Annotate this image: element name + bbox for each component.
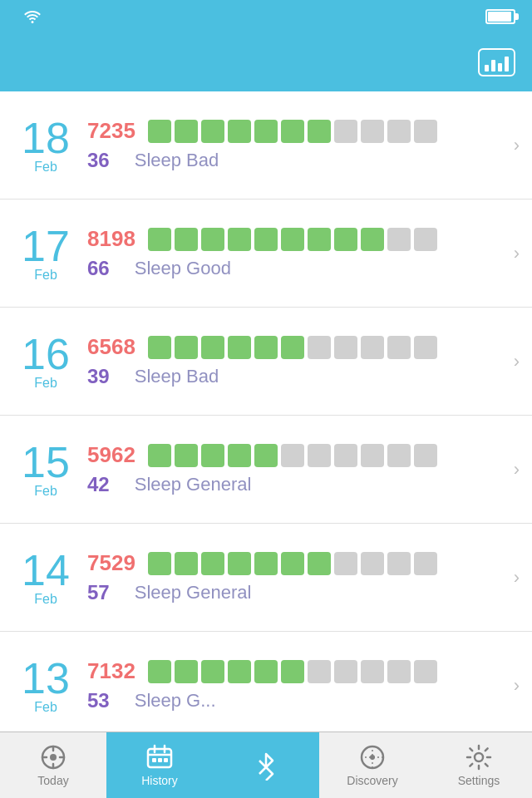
day-number: 17 (12, 224, 79, 268)
day-info: 6568 39 Sleep Bad (79, 334, 510, 388)
nav-bar (0, 33, 532, 91)
sleep-score: 36 (87, 149, 110, 172)
day-number: 13 (12, 657, 79, 700)
day-date: 16 Feb (12, 332, 79, 391)
tab-bluetooth[interactable] (213, 732, 319, 798)
progress-block (334, 444, 357, 467)
today-label: Today (37, 774, 68, 787)
day-number: 14 (12, 549, 79, 592)
discovery-icon (359, 744, 386, 771)
steps-count: 6568 (87, 334, 135, 360)
progress-block (228, 228, 251, 251)
day-date: 15 Feb (12, 441, 79, 499)
top-row: 6568 (87, 334, 501, 360)
sleep-score: 53 (87, 689, 110, 712)
progress-block (201, 120, 224, 143)
tab-history[interactable]: History (106, 732, 213, 798)
sleep-score: 57 (87, 581, 110, 604)
progress-block (201, 228, 224, 251)
progress-block (281, 336, 304, 359)
today-icon (40, 744, 66, 771)
progress-block (228, 660, 251, 683)
tab-settings[interactable]: Settings (426, 732, 532, 798)
day-row[interactable]: 15 Feb 5962 42 Sleep General › (0, 416, 532, 524)
svg-rect-11 (158, 758, 162, 762)
progress-block (308, 228, 331, 251)
progress-block (228, 336, 251, 359)
progress-block (414, 660, 437, 683)
day-info: 7529 57 Sleep General (79, 550, 510, 604)
bottom-row: 53 Sleep G... (87, 689, 501, 712)
chevron-right-icon: › (514, 567, 520, 589)
progress-block (228, 120, 251, 143)
day-info: 8198 66 Sleep Good (79, 226, 510, 280)
steps-count: 5962 (87, 442, 135, 468)
progress-block (387, 228, 411, 251)
bluetooth-icon (253, 751, 279, 781)
progress-block (334, 336, 357, 359)
top-row: 5962 (87, 442, 501, 468)
progress-block (281, 444, 304, 467)
svg-rect-10 (152, 758, 156, 762)
progress-block (228, 552, 251, 575)
day-row[interactable]: 18 Feb 7235 36 Sleep Bad › (0, 91, 532, 200)
status-bar (0, 0, 532, 33)
progress-block (148, 228, 171, 251)
progress-block (254, 120, 278, 143)
progress-block (175, 120, 198, 143)
progress-block (361, 660, 384, 683)
sleep-label: Sleep Bad (135, 150, 219, 171)
progress-block (281, 552, 304, 575)
progress-block (175, 336, 198, 359)
svg-line-14 (259, 767, 266, 774)
day-info: 5962 42 Sleep General (79, 442, 510, 496)
progress-block (414, 444, 437, 467)
day-number: 18 (12, 116, 79, 160)
progress-block (228, 444, 251, 467)
progress-block (281, 228, 304, 251)
day-row[interactable]: 13 Feb 7132 53 Sleep G... › (0, 632, 532, 732)
progress-block (201, 444, 224, 467)
top-row: 7235 (87, 118, 501, 144)
progress-bar (148, 660, 437, 683)
settings-label: Settings (458, 774, 500, 787)
tab-today[interactable]: Today (0, 732, 106, 798)
progress-block (308, 336, 331, 359)
top-row: 7132 (87, 658, 501, 684)
sleep-score: 39 (87, 365, 110, 388)
day-row[interactable]: 17 Feb 8198 66 Sleep Good › (0, 200, 532, 308)
progress-block (308, 552, 331, 575)
progress-block (387, 660, 411, 683)
sleep-label: Sleep General (135, 474, 252, 495)
chevron-right-icon: › (514, 351, 520, 372)
progress-bar (148, 336, 437, 359)
progress-block (175, 228, 198, 251)
tab-discovery[interactable]: Discovery (319, 732, 426, 798)
bottom-row: 57 Sleep General (87, 581, 501, 604)
sleep-label: Sleep Good (135, 258, 231, 279)
sleep-label: Sleep General (135, 582, 252, 603)
progress-bar (148, 552, 437, 575)
bottom-row: 66 Sleep Good (87, 257, 501, 280)
progress-block (281, 660, 304, 683)
progress-block (334, 552, 357, 575)
chevron-right-icon: › (514, 459, 520, 480)
steps-count: 7235 (87, 118, 135, 144)
progress-block (414, 336, 437, 359)
bar-chart-icon (485, 53, 509, 71)
day-row[interactable]: 16 Feb 6568 39 Sleep Bad › (0, 308, 532, 416)
progress-block (148, 552, 171, 575)
progress-block (361, 120, 384, 143)
progress-block (281, 120, 304, 143)
progress-block (361, 336, 384, 359)
chart-button[interactable] (478, 48, 515, 76)
day-row[interactable]: 14 Feb 7529 57 Sleep General › (0, 524, 532, 632)
chevron-right-icon: › (514, 243, 520, 264)
progress-block (175, 552, 198, 575)
progress-block (254, 336, 278, 359)
progress-bar (148, 444, 437, 467)
bottom-row: 36 Sleep Bad (87, 149, 501, 172)
progress-block (175, 444, 198, 467)
day-number: 16 (12, 332, 79, 376)
bottom-row: 39 Sleep Bad (87, 365, 501, 388)
